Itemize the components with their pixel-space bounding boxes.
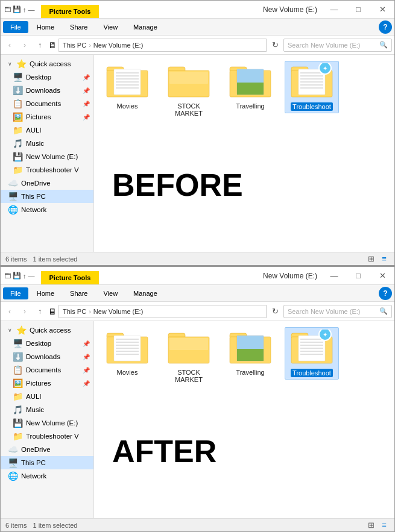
sidebar-item-onedrive[interactable]: ☁️OneDrive xyxy=(1,177,93,190)
file-item-movies[interactable]: Movies xyxy=(100,327,154,378)
close-button[interactable]: ✕ xyxy=(370,267,394,285)
ribbon-tab-share[interactable]: Share xyxy=(63,21,95,33)
dash-icon[interactable]: — xyxy=(28,272,35,280)
breadcrumb-thispc[interactable]: This PC xyxy=(63,308,86,315)
search-box[interactable]: Search New Volume (E:)🔍 xyxy=(283,305,392,318)
dash-icon[interactable]: — xyxy=(28,6,35,13)
svg-rect-21 xyxy=(300,75,323,77)
minimize-button[interactable]: — xyxy=(322,1,346,19)
window-icon[interactable]: 🗔 xyxy=(4,6,11,13)
sidebar-item-new-volume-e:[interactable]: 💾New Volume (E:) xyxy=(1,150,93,163)
maximize-button[interactable]: □ xyxy=(346,1,370,19)
ribbon-tab-home[interactable]: Home xyxy=(30,287,62,299)
save-icon[interactable]: 💾 xyxy=(13,272,21,280)
pin-icon: 📌 xyxy=(83,340,90,347)
picture-tools-tab[interactable]: Picture Tools xyxy=(41,271,100,284)
breadcrumb-volume[interactable]: New Volume (E:) xyxy=(93,42,144,49)
sidebar-item-downloads[interactable]: ⬇️Downloads📌 xyxy=(1,350,93,363)
ribbon-tab-share[interactable]: Share xyxy=(63,287,95,299)
sidebar-item-pictures[interactable]: 🖼️Pictures📌 xyxy=(1,377,93,390)
minimize-button[interactable]: — xyxy=(322,267,346,285)
up-icon[interactable]: ↑ xyxy=(23,6,27,13)
grid-view-button[interactable]: ⊞ xyxy=(365,521,376,530)
ribbon-tab-file[interactable]: File xyxy=(3,287,28,299)
sidebar-item-icon: 🖥️ xyxy=(13,339,23,348)
sidebar-item-label: Downloads xyxy=(26,353,60,360)
file-item-stock-market[interactable]: STOCK MARKET xyxy=(162,327,216,386)
sidebar-item-icon: 🖥️ xyxy=(8,192,18,201)
close-button[interactable]: ✕ xyxy=(370,1,394,19)
up-button[interactable]: ↑ xyxy=(33,305,46,318)
sidebar-item-desktop[interactable]: 🖥️Desktop📌 xyxy=(1,337,93,350)
back-button[interactable]: ‹ xyxy=(3,305,16,318)
sidebar-item-pictures[interactable]: 🖼️Pictures📌 xyxy=(1,110,93,124)
help-button[interactable]: ? xyxy=(379,20,392,34)
maximize-button[interactable]: □ xyxy=(346,267,370,285)
ribbon-tab-manage[interactable]: Manage xyxy=(126,287,165,299)
grid-view-button[interactable]: ⊞ xyxy=(365,254,376,264)
svg-rect-53 xyxy=(300,354,323,355)
sidebar-item-onedrive[interactable]: ☁️OneDrive xyxy=(1,443,93,456)
window-controls: —□✕ xyxy=(322,267,394,284)
file-item-troubleshoot[interactable]: ✦Troubleshoot xyxy=(285,327,339,380)
refresh-button[interactable]: ↻ xyxy=(268,305,282,318)
file-item-troubleshoot[interactable]: ✦Troubleshoot xyxy=(285,61,339,113)
ribbon-tab-file[interactable]: File xyxy=(3,21,28,33)
window-icon[interactable]: 🗔 xyxy=(4,272,11,280)
sidebar-item-network[interactable]: 🌐Network xyxy=(1,203,93,216)
sidebar-item-new-volume-e:[interactable]: 💾New Volume (E:) xyxy=(1,416,93,430)
address-path[interactable]: This PC›New Volume (E:) xyxy=(58,305,267,318)
svg-rect-50 xyxy=(300,345,323,346)
refresh-button[interactable]: ↻ xyxy=(268,39,282,52)
up-icon[interactable]: ↑ xyxy=(23,272,27,280)
up-button[interactable]: ↑ xyxy=(33,39,46,52)
ribbon-tab-view[interactable]: View xyxy=(96,21,125,33)
picture-tools-tab[interactable]: Picture Tools xyxy=(41,5,100,18)
sidebar-item-music[interactable]: 🎵Music xyxy=(1,137,93,150)
sidebar-item-icon: ⬇️ xyxy=(13,352,23,361)
sidebar-item-network[interactable]: 🌐Network xyxy=(1,469,93,483)
sidebar-item-icon: 📁 xyxy=(13,125,23,135)
window-title: New Volume (E:) xyxy=(258,1,322,18)
save-icon[interactable]: 💾 xyxy=(13,5,21,13)
help-button[interactable]: ? xyxy=(379,287,392,300)
ribbon-tab-view[interactable]: View xyxy=(96,287,125,299)
sidebar-item-documents[interactable]: 📋Documents📌 xyxy=(1,97,93,110)
sidebar-item-this-pc[interactable]: 🖥️This PC xyxy=(1,190,93,203)
sidebar-item-documents[interactable]: 📋Documents📌 xyxy=(1,363,93,377)
file-item-travelling[interactable]: Travelling xyxy=(223,327,277,378)
sidebar-item-downloads[interactable]: ⬇️Downloads📌 xyxy=(1,84,93,97)
ribbon-tab-home[interactable]: Home xyxy=(30,21,62,33)
list-view-button[interactable]: ≡ xyxy=(379,254,390,264)
svg-rect-11 xyxy=(169,72,208,84)
search-box[interactable]: Search New Volume (E:)🔍 xyxy=(283,39,392,52)
back-button[interactable]: ‹ xyxy=(3,39,16,52)
sidebar-item-quick-access[interactable]: ∨⭐Quick access xyxy=(1,57,93,70)
sidebar-item-auli[interactable]: 📁AULI xyxy=(1,124,93,137)
file-item-travelling[interactable]: Travelling xyxy=(223,61,277,112)
address-path[interactable]: This PC›New Volume (E:) xyxy=(58,39,267,52)
file-item-stock-market[interactable]: STOCK MARKET xyxy=(162,61,216,119)
file-item-movies[interactable]: Movies xyxy=(100,61,154,112)
svg-rect-51 xyxy=(300,348,323,349)
sidebar-item-troubleshooter-v[interactable]: 📁Troubleshooter V xyxy=(1,163,93,177)
svg-rect-32 xyxy=(116,342,139,343)
forward-button[interactable]: › xyxy=(18,39,31,52)
sidebar-item-troubleshooter-v[interactable]: 📁Troubleshooter V xyxy=(1,430,93,443)
svg-rect-25 xyxy=(300,87,323,89)
sidebar-item-label: Network xyxy=(21,206,46,213)
sidebar-item-desktop[interactable]: 🖥️Desktop📌 xyxy=(1,70,93,84)
sidebar-item-label: New Volume (E:) xyxy=(26,419,78,427)
breadcrumb-volume[interactable]: New Volume (E:) xyxy=(93,308,144,315)
sidebar-item-auli[interactable]: 📁AULI xyxy=(1,390,93,403)
list-view-button[interactable]: ≡ xyxy=(379,521,390,530)
file-grid: MoviesSTOCK MARKETTravelling✦Troubleshoo… xyxy=(100,61,388,119)
forward-button[interactable]: › xyxy=(18,305,31,318)
sidebar-item-this-pc[interactable]: 🖥️This PC xyxy=(1,456,93,469)
ribbon-tab-manage[interactable]: Manage xyxy=(126,21,165,33)
sidebar-item-quick-access[interactable]: ∨⭐Quick access xyxy=(1,324,93,337)
sidebar-item-music[interactable]: 🎵Music xyxy=(1,403,93,416)
sidebar-item-label: Downloads xyxy=(26,87,60,94)
breadcrumb-thispc[interactable]: This PC xyxy=(63,42,86,49)
sidebar-item-label: Music xyxy=(26,406,44,413)
